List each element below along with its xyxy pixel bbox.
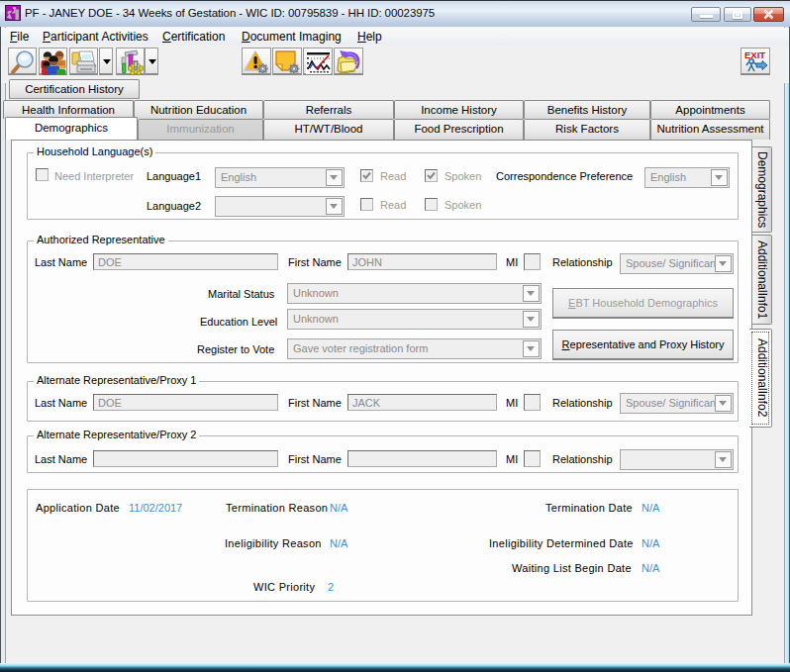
svg-text:EXIT: EXIT [744,49,765,60]
